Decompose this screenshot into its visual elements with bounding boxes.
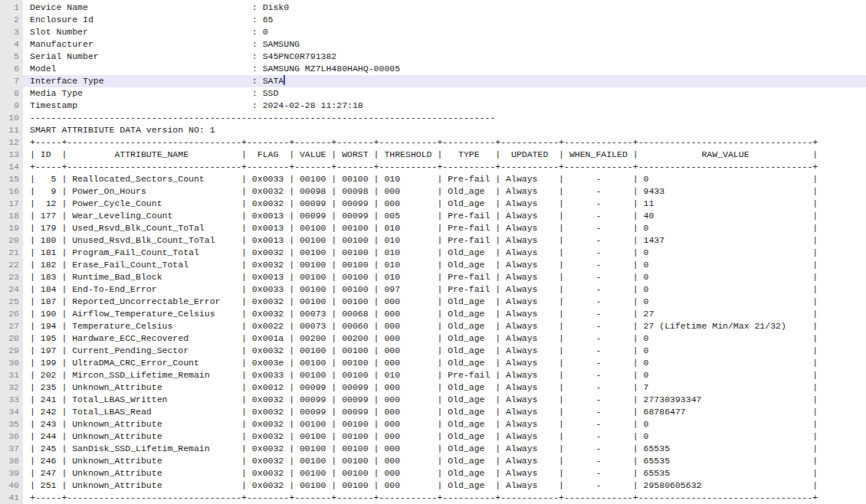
editor-line[interactable]: 30| 199 | UltraDMA_CRC_Error_Count | 0x0… (0, 357, 866, 369)
editor-line[interactable]: 27| 194 | Temperature_Celsius | 0x0022 |… (0, 320, 866, 332)
editor-line[interactable]: 35| 243 | Unknown_Attribute | 0x0032 | 0… (0, 418, 866, 430)
line-number[interactable]: 19 (0, 222, 23, 234)
line-number[interactable]: 4 (0, 38, 23, 51)
editor-line[interactable]: 19| 179 | Used_Rsvd_Blk_Count_ToTal | 0x… (0, 222, 866, 234)
line-number[interactable]: 11 (0, 124, 23, 136)
line-number[interactable]: 16 (0, 185, 23, 198)
line-number[interactable]: 28 (0, 332, 23, 345)
editor-line[interactable]: 7Interface Type : SATA (0, 75, 866, 87)
line-number[interactable]: 26 (0, 308, 23, 320)
editor-line[interactable]: 13| ID | ATTRIBUTE_NAME | FLAG | VALUE |… (0, 149, 866, 161)
line-number[interactable]: 39 (0, 467, 23, 479)
editor-line[interactable]: 31| 202 | Mircon_SSD_Lifetime_Remain | 0… (0, 369, 866, 381)
line-number[interactable]: 17 (0, 198, 23, 210)
line-text: | 197 | Current_Pending_Sector | 0x0032 … (23, 345, 866, 357)
editor-line[interactable]: 3Slot Number : 0 (0, 26, 866, 38)
editor-line[interactable]: 5Serial Number : S45PNC0R791382 (0, 51, 866, 63)
line-number[interactable]: 31 (0, 369, 23, 381)
line-text: | 194 | Temperature_Celsius | 0x0022 | 0… (23, 320, 866, 332)
editor-line[interactable]: 11SMART ATTRIBIUTE DATA version NO: 1 (0, 124, 866, 136)
editor-line[interactable]: 22| 182 | Erase_Fail_Count_Total | 0x003… (0, 259, 866, 271)
line-number[interactable]: 3 (0, 26, 23, 38)
editor-line[interactable]: 6Model : SAMSUNG MZ7LH480HAHQ-00005 (0, 63, 866, 75)
line-number[interactable]: 6 (0, 63, 23, 75)
editor-line[interactable]: 26| 190 | Airflow_Temperature_Celsius | … (0, 308, 866, 320)
line-number[interactable]: 10 (0, 112, 23, 124)
line-number[interactable]: 33 (0, 394, 23, 406)
editor-line[interactable]: 12+-----+-------------------------------… (0, 136, 866, 149)
line-text: | 199 | UltraDMA_CRC_Error_Count | 0x003… (23, 357, 866, 369)
editor-line[interactable]: 15| 5 | Reallocated_Sectors_Count | 0x00… (0, 173, 866, 185)
editor-line[interactable]: 33| 241 | Total_LBAS_Written | 0x0032 | … (0, 394, 866, 406)
line-number[interactable]: 8 (0, 87, 23, 100)
line-number[interactable]: 29 (0, 345, 23, 357)
line-number[interactable]: 38 (0, 455, 23, 467)
editor-line[interactable]: 14+-----+-------------------------------… (0, 161, 866, 173)
editor-line[interactable]: 1Device Name : Disk0 (0, 2, 866, 14)
line-number[interactable]: 27 (0, 320, 23, 332)
editor-line[interactable]: 40| 251 | Unknown_Attribute | 0x0032 | 0… (0, 479, 866, 492)
line-text: | 244 | Unknown_Attribute | 0x0032 | 001… (23, 430, 866, 443)
line-number[interactable]: 18 (0, 210, 23, 222)
line-number[interactable]: 40 (0, 479, 23, 492)
line-text: | ID | ATTRIBUTE_NAME | FLAG | VALUE | W… (23, 149, 866, 161)
editor-line[interactable]: 34| 242 | Total_LBAS_Read | 0x0032 | 000… (0, 406, 866, 418)
editor-line[interactable]: 24| 184 | End-To-End_Error | 0x0033 | 00… (0, 283, 866, 296)
editor-line[interactable]: 4Manufacturer : SAMSUNG (0, 38, 866, 51)
line-text: | 246 | Unknown_Attribute | 0x0032 | 001… (23, 455, 866, 467)
line-number[interactable]: 35 (0, 418, 23, 430)
line-text: Serial Number : S45PNC0R791382 (23, 51, 866, 63)
line-number[interactable]: 13 (0, 149, 23, 161)
line-number[interactable]: 5 (0, 51, 23, 63)
editor-line[interactable]: 28| 195 | Hardware_ECC_Recovered | 0x001… (0, 332, 866, 345)
editor-line[interactable]: 25| 187 | Reported_Uncorrectable_Error |… (0, 296, 866, 308)
editor-line[interactable]: 8Media Type : SSD (0, 87, 866, 100)
editor-line[interactable]: 23| 183 | Runtime_Bad_Block | 0x0013 | 0… (0, 271, 866, 283)
line-number[interactable]: 32 (0, 381, 23, 394)
line-number[interactable]: 30 (0, 357, 23, 369)
line-number[interactable]: 22 (0, 259, 23, 271)
line-text: | 235 | Unknown_Attribute | 0x0012 | 000… (23, 381, 866, 394)
line-number[interactable]: 24 (0, 283, 23, 296)
line-number[interactable]: 7 (0, 75, 23, 87)
editor-line[interactable]: 32| 235 | Unknown_Attribute | 0x0012 | 0… (0, 381, 866, 394)
line-number[interactable]: 14 (0, 161, 23, 173)
editor-line[interactable]: 36| 244 | Unknown_Attribute | 0x0032 | 0… (0, 430, 866, 443)
editor-line[interactable]: 39| 247 | Unknown_Attribute | 0x0032 | 0… (0, 467, 866, 479)
line-number[interactable]: 12 (0, 136, 23, 149)
line-text: | 241 | Total_LBAS_Written | 0x0032 | 00… (23, 394, 866, 406)
editor-line[interactable]: 20| 180 | Unused_Rsvd_Blk_Count_ToTal | … (0, 234, 866, 247)
line-number[interactable]: 20 (0, 234, 23, 247)
editor-line[interactable]: 18| 177 | Wear_Leveling_Count | 0x0013 |… (0, 210, 866, 222)
editor-line[interactable]: 16| 9 | Power_On_Hours | 0x0032 | 00098 … (0, 185, 866, 198)
editor-line[interactable]: 21| 181 | Program_Fail_Count_Total | 0x0… (0, 247, 866, 259)
line-text: Slot Number : 0 (23, 26, 866, 38)
line-number[interactable]: 41 (0, 492, 23, 504)
editor-line[interactable]: 41+-----+-------------------------------… (0, 492, 866, 504)
editor-line[interactable]: 17| 12 | Power_Cycle_Count | 0x0032 | 00… (0, 198, 866, 210)
line-number[interactable]: 9 (0, 100, 23, 112)
line-number[interactable]: 34 (0, 406, 23, 418)
line-number[interactable]: 1 (0, 2, 23, 14)
editor-line[interactable]: 38| 246 | Unknown_Attribute | 0x0032 | 0… (0, 455, 866, 467)
line-number[interactable]: 15 (0, 173, 23, 185)
line-number[interactable]: 2 (0, 14, 23, 26)
line-number[interactable]: 37 (0, 443, 23, 455)
editor-line[interactable]: 10--------------------------------------… (0, 112, 866, 124)
line-text: | 242 | Total_LBAS_Read | 0x0032 | 00099… (23, 406, 866, 418)
line-number[interactable]: 23 (0, 271, 23, 283)
line-text: | 190 | Airflow_Temperature_Celsius | 0x… (23, 308, 866, 320)
line-number[interactable]: 36 (0, 430, 23, 443)
editor-line[interactable]: 2Enclosure Id : 65 (0, 14, 866, 26)
editor-line[interactable]: 29| 197 | Current_Pending_Sector | 0x003… (0, 345, 866, 357)
line-number[interactable]: 25 (0, 296, 23, 308)
line-text: | 183 | Runtime_Bad_Block | 0x0013 | 001… (23, 271, 866, 283)
line-number[interactable]: 21 (0, 247, 23, 259)
line-text: | 182 | Erase_Fail_Count_Total | 0x0032 … (23, 259, 866, 271)
line-text: | 9 | Power_On_Hours | 0x0032 | 00098 | … (23, 185, 866, 198)
line-text: +-----+---------------------------------… (23, 492, 866, 504)
editor-line[interactable]: 9Timestamp : 2024-02-28 11:27:18 (0, 100, 866, 112)
line-text: SMART ATTRIBIUTE DATA version NO: 1 (23, 124, 866, 136)
editor-line[interactable]: 37| 245 | SanDisk_SSD_Lifetim_Remain | 0… (0, 443, 866, 455)
line-text: | 181 | Program_Fail_Count_Total | 0x003… (23, 247, 866, 259)
